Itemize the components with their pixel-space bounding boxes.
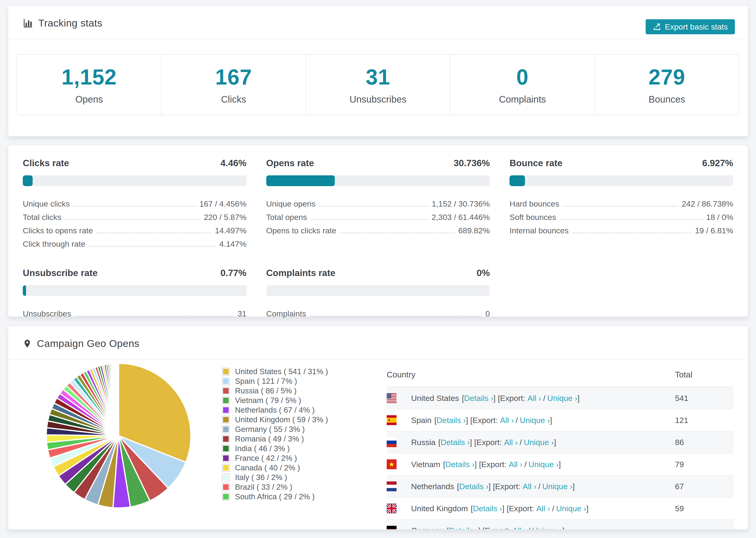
stat-box: 1,152 Opens xyxy=(17,55,162,115)
rate-row-value: 0 xyxy=(485,309,490,319)
country-total: 121 xyxy=(675,409,734,431)
country-flag xyxy=(387,519,411,530)
legend-swatch xyxy=(222,416,230,424)
legend-item: Canada ( 40 / 2% ) xyxy=(222,463,374,472)
export-label: Export: xyxy=(495,482,520,491)
legend-item: Italy ( 36 / 2% ) xyxy=(222,472,374,482)
legend-swatch xyxy=(222,464,230,472)
country-name: Vietnam xyxy=(411,460,440,469)
export-unique-link[interactable]: Unique › xyxy=(524,438,554,447)
details-link[interactable]: Details › xyxy=(436,416,466,425)
dotted-leader xyxy=(319,206,428,207)
export-basic-stats-button[interactable]: Export basic stats xyxy=(646,19,735,34)
rate-row: Unique clicks 167 / 4.456% xyxy=(23,196,246,209)
export-unique-link[interactable]: Unique › xyxy=(556,504,586,513)
export-all-link[interactable]: All › xyxy=(513,526,526,530)
rate-rows: Unique clicks 167 / 4.456% Total clicks … xyxy=(23,196,246,249)
rates-card: Clicks rate 4.46% Unique clicks 167 / 4.… xyxy=(8,145,748,317)
details-link[interactable]: Details › xyxy=(445,460,475,469)
rate-progress-track xyxy=(266,285,490,296)
rate-row: Complaints 0 xyxy=(266,306,490,319)
legend-label: Spain ( 121 / 7% ) xyxy=(235,377,297,386)
legend-item: United States ( 541 / 31% ) xyxy=(222,367,374,376)
export-unique-link[interactable]: Unique › xyxy=(542,482,573,491)
stat-value: 0 xyxy=(516,65,528,89)
legend-swatch xyxy=(222,445,230,453)
dotted-leader xyxy=(572,233,691,233)
stat-label: Clicks xyxy=(221,94,246,105)
legend-label: India ( 46 / 3% ) xyxy=(235,444,290,453)
export-all-link[interactable]: All › xyxy=(504,438,518,447)
geo-title: Campaign Geo Opens xyxy=(23,338,139,349)
country-name: Netherlands xyxy=(411,482,454,491)
rate-progress-track xyxy=(266,175,490,186)
rate-row: Soft bounces 18 / 0% xyxy=(510,209,733,223)
legend-label: Netherlands ( 67 / 4% ) xyxy=(235,405,315,414)
stat-box: 279 Bounces xyxy=(595,55,739,115)
country-name: Spain xyxy=(411,416,432,425)
details-link[interactable]: Details › xyxy=(464,394,494,403)
rate-row-value: 18 / 0% xyxy=(706,213,733,223)
country-cell: Vietnam [Details ›] [Export: All ›/Uniqu… xyxy=(411,453,675,475)
country-name: Russia xyxy=(411,438,436,447)
rate-row-value: 220 / 5.87% xyxy=(204,213,246,223)
country-cell: United States [Details ›] [Export: All ›… xyxy=(411,387,675,409)
rate-row-value: 4.147% xyxy=(219,240,246,249)
tracking-stats-header: Tracking stats Export basic stats xyxy=(8,6,748,39)
details-link[interactable]: Details › xyxy=(473,504,502,513)
export-unique-link[interactable]: Unique › xyxy=(532,526,563,530)
details-link[interactable]: Details › xyxy=(449,526,478,530)
legend-item: Spain ( 121 / 7% ) xyxy=(222,376,374,386)
legend-swatch xyxy=(222,473,230,481)
rate-card: Clicks rate 4.46% Unique clicks 167 / 4.… xyxy=(23,158,246,249)
legend-item: Russia ( 86 / 5% ) xyxy=(222,386,374,396)
geo-table-row: Germany [Details ›] [Export: All ›/Uniqu… xyxy=(387,519,734,530)
legend-label: Italy ( 36 / 2% ) xyxy=(235,473,287,482)
rate-progress-fill xyxy=(23,285,26,296)
legend-item: Brazil ( 33 / 2% ) xyxy=(222,482,374,492)
rate-title: Unsubscribe rate xyxy=(23,268,98,278)
export-all-link[interactable]: All › xyxy=(523,482,536,491)
tracking-stats-title-text: Tracking stats xyxy=(38,17,102,29)
rate-value: 6.927% xyxy=(702,158,733,168)
legend-label: South Africa ( 29 / 2% ) xyxy=(235,492,315,501)
stat-value: 167 xyxy=(215,65,252,89)
rate-row-value: 689.82% xyxy=(458,226,490,236)
rate-row: Click through rate 4.147% xyxy=(23,236,246,249)
export-all-link[interactable]: All › xyxy=(527,394,541,403)
rate-row-label: Complaints xyxy=(266,309,306,319)
export-all-link[interactable]: All › xyxy=(536,504,550,513)
rate-title: Complaints rate xyxy=(266,268,336,278)
rate-row-value: 1,152 / 30.736% xyxy=(432,199,490,209)
export-all-link[interactable]: All › xyxy=(500,416,514,425)
geo-pie-chart[interactable] xyxy=(43,360,194,511)
rate-row-label: Unique clicks xyxy=(23,199,70,209)
legend-swatch xyxy=(222,493,230,501)
rate-row-label: Hard bounces xyxy=(510,199,559,209)
export-unique-link[interactable]: Unique › xyxy=(547,394,577,403)
legend-item: France ( 42 / 2% ) xyxy=(222,453,374,463)
export-label: Export: xyxy=(509,504,534,513)
rate-rows: Complaints 0 xyxy=(266,306,490,319)
export-all-link[interactable]: All › xyxy=(509,460,523,469)
legend-item: United Kingdom ( 59 / 3% ) xyxy=(222,415,374,424)
dotted-leader xyxy=(65,219,200,220)
rate-row: Clicks to opens rate 14.497% xyxy=(23,223,246,236)
geo-table-row: United States [Details ›] [Export: All ›… xyxy=(387,387,734,409)
geo-body: United States ( 541 / 31% ) Spain ( 121 … xyxy=(8,360,748,530)
rate-row-label: Clicks to opens rate xyxy=(23,226,93,236)
rate-row-value: 31 xyxy=(238,309,246,319)
legend-item: Germany ( 55 / 3% ) xyxy=(222,424,374,434)
details-link[interactable]: Details › xyxy=(459,482,489,491)
campaign-geo-opens-card: Campaign Geo Opens United States ( 541 /… xyxy=(8,326,748,530)
legend-item: Vietnam ( 79 / 5% ) xyxy=(222,396,374,405)
rate-row-label: Unique opens xyxy=(266,199,315,209)
rate-progress-fill xyxy=(23,175,33,186)
stat-value: 1,152 xyxy=(62,65,117,89)
export-unique-link[interactable]: Unique › xyxy=(520,416,550,425)
stat-label: Opens xyxy=(75,94,103,105)
rate-row: Hard bounces 242 / 86.738% xyxy=(510,196,733,209)
details-link[interactable]: Details › xyxy=(441,438,470,447)
geo-table-header-total: Total xyxy=(675,360,734,387)
export-unique-link[interactable]: Unique › xyxy=(528,460,559,469)
